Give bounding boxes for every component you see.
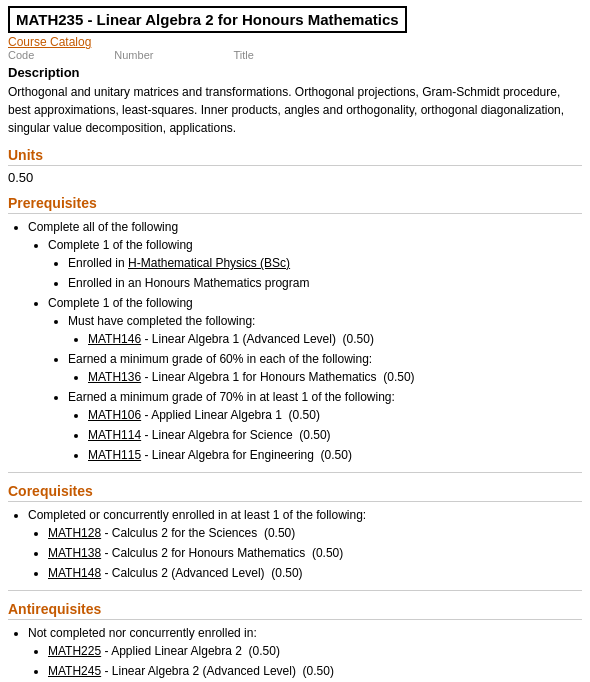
- prereq-enrolled-physics: Enrolled in H-Mathematical Physics (BSc): [68, 254, 582, 272]
- course-title-box: MATH235 - Linear Algebra 2 for Honours M…: [8, 6, 407, 33]
- field-label-number: Number: [114, 49, 153, 61]
- prereq-all-text: Complete all of the following: [28, 220, 178, 234]
- course-title-text: MATH235 - Linear Algebra 2 for Honours M…: [16, 11, 399, 28]
- coreq-math128: MATH128 - Calculus 2 for the Sciences (0…: [48, 524, 582, 542]
- course-title-container: MATH235 - Linear Algebra 2 for Honours M…: [8, 6, 582, 35]
- math245-link[interactable]: MATH245: [48, 664, 101, 678]
- description-header: Description: [8, 65, 582, 80]
- coreq-intro-item: Completed or concurrently enrolled in at…: [28, 506, 582, 582]
- prereq-math106: MATH106 - Applied Linear Algebra 1 (0.50…: [88, 406, 582, 424]
- description-text: Orthogonal and unitary matrices and tran…: [8, 83, 582, 137]
- math146-link[interactable]: MATH146: [88, 332, 141, 346]
- math138-link[interactable]: MATH138: [48, 546, 101, 560]
- prereq-one-item-1: Complete 1 of the following Enrolled in …: [48, 236, 582, 292]
- prereq-all-item: Complete all of the following Complete 1…: [28, 218, 582, 464]
- prereq-group-70pct: Earned a minimum grade of 70% in at leas…: [68, 388, 582, 464]
- units-section-header: Units: [8, 147, 582, 166]
- prereq-math114: MATH114 - Linear Algebra for Science (0.…: [88, 426, 582, 444]
- prereq-enrolled-honours: Enrolled in an Honours Mathematics progr…: [68, 274, 582, 292]
- divider-1: [8, 472, 582, 473]
- prereq-70pct-label: Earned a minimum grade of 70% in at leas…: [68, 390, 395, 404]
- units-value: 0.50: [8, 170, 582, 185]
- field-label-code: Code: [8, 49, 34, 61]
- prereq-math136: MATH136 - Linear Algebra 1 for Honours M…: [88, 368, 582, 386]
- math115-link[interactable]: MATH115: [88, 448, 141, 462]
- antireq-math245: MATH245 - Linear Algebra 2 (Advanced Lev…: [48, 662, 582, 680]
- field-labels-row: Code Number Title: [8, 49, 582, 61]
- course-name-inline: Linear Algebra 2 for Honours Mathematics: [97, 11, 399, 28]
- prereq-one-item-2: Complete 1 of the following Must have co…: [48, 294, 582, 464]
- prereq-physics-link[interactable]: H-Mathematical Physics (BSc): [128, 256, 290, 270]
- coreq-math148: MATH148 - Calculus 2 (Advanced Level) (0…: [48, 564, 582, 582]
- prereq-math115: MATH115 - Linear Algebra for Engineering…: [88, 446, 582, 464]
- prereq-group-60pct: Earned a minimum grade of 60% in each of…: [68, 350, 582, 386]
- math148-link[interactable]: MATH148: [48, 566, 101, 580]
- breadcrumb: Course Catalog: [8, 35, 582, 49]
- prereq-one-text-2: Complete 1 of the following: [48, 296, 193, 310]
- antirequisites-container: Not completed nor concurrently enrolled …: [8, 624, 582, 680]
- prereq-one-text-1: Complete 1 of the following: [48, 238, 193, 252]
- math114-link[interactable]: MATH114: [88, 428, 141, 442]
- corequisites-section-header: Corequisites: [8, 483, 582, 502]
- math128-link[interactable]: MATH128: [48, 526, 101, 540]
- prerequisites-container: Complete all of the following Complete 1…: [8, 218, 582, 464]
- prereq-math146: MATH146 - Linear Algebra 1 (Advanced Lev…: [88, 330, 582, 348]
- math136-link[interactable]: MATH136: [88, 370, 141, 384]
- corequisites-container: Completed or concurrently enrolled in at…: [8, 506, 582, 582]
- antirequisites-section-header: Antirequisites: [8, 601, 582, 620]
- coreq-intro-text: Completed or concurrently enrolled in at…: [28, 508, 366, 522]
- antireq-math225: MATH225 - Applied Linear Algebra 2 (0.50…: [48, 642, 582, 660]
- field-label-title: Title: [233, 49, 253, 61]
- course-code-inline: MATH235: [16, 11, 83, 28]
- prereq-60pct-label: Earned a minimum grade of 60% in each of…: [68, 352, 372, 366]
- prerequisites-section-header: Prerequisites: [8, 195, 582, 214]
- prereq-group-completed: Must have completed the following: MATH1…: [68, 312, 582, 348]
- breadcrumb-catalog-link[interactable]: Course Catalog: [8, 35, 91, 49]
- math225-link[interactable]: MATH225: [48, 644, 101, 658]
- prereq-completed-label: Must have completed the following:: [68, 314, 255, 328]
- divider-2: [8, 590, 582, 591]
- antireq-intro-item: Not completed nor concurrently enrolled …: [28, 624, 582, 680]
- math106-link[interactable]: MATH106: [88, 408, 141, 422]
- antireq-intro-text: Not completed nor concurrently enrolled …: [28, 626, 257, 640]
- coreq-math138: MATH138 - Calculus 2 for Honours Mathema…: [48, 544, 582, 562]
